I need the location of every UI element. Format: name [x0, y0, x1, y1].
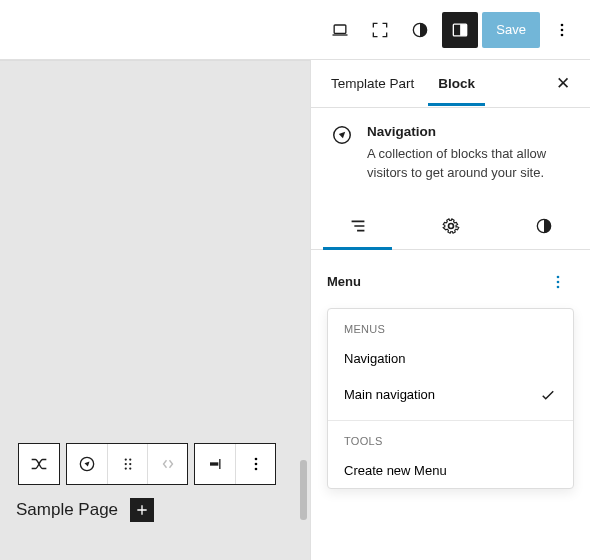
- menu-option[interactable]: Main navigation: [328, 376, 573, 414]
- svg-point-13: [129, 467, 131, 469]
- svg-point-18: [254, 468, 257, 471]
- check-icon: [539, 386, 557, 404]
- editor-top-toolbar: Save: [0, 0, 590, 60]
- laptop-icon: [330, 20, 350, 40]
- subtab-list[interactable]: [311, 203, 404, 249]
- expand-icon: [370, 20, 390, 40]
- block-description: A collection of blocks that allow visito…: [367, 145, 570, 183]
- svg-point-16: [254, 458, 257, 461]
- svg-point-10: [124, 463, 126, 465]
- block-type-button[interactable]: [19, 444, 59, 484]
- drag-icon: [119, 455, 137, 473]
- shuffle-icon: [28, 453, 50, 475]
- menu-option-label: Navigation: [344, 351, 405, 366]
- sidebar-tabs: Template Part Block ✕: [311, 60, 590, 108]
- plus-icon: [134, 502, 150, 518]
- subtab-styles[interactable]: [497, 203, 590, 249]
- nav-item-label[interactable]: Sample Page: [16, 500, 118, 520]
- menu-option-label: Main navigation: [344, 387, 435, 402]
- block-card: Navigation A collection of blocks that a…: [311, 108, 590, 203]
- menu-label: Menu: [327, 274, 361, 289]
- compass-icon: [77, 454, 97, 474]
- svg-point-4: [561, 23, 564, 26]
- scrollbar[interactable]: [300, 460, 307, 520]
- justify-button[interactable]: [195, 444, 235, 484]
- subtab-settings[interactable]: [404, 203, 497, 249]
- svg-rect-15: [219, 459, 220, 469]
- svg-point-6: [561, 33, 564, 36]
- menu-dropdown: Menus Navigation Main navigation Tools C…: [327, 308, 574, 489]
- navigation-block-icon-button[interactable]: [67, 444, 107, 484]
- drag-handle-button[interactable]: [107, 444, 147, 484]
- svg-rect-14: [210, 462, 218, 465]
- block-more-options-button[interactable]: [235, 444, 275, 484]
- view-desktop-button[interactable]: [322, 12, 358, 48]
- view-fullscreen-button[interactable]: [362, 12, 398, 48]
- svg-rect-0: [335, 25, 347, 33]
- svg-point-21: [557, 275, 560, 278]
- gear-icon: [441, 216, 461, 236]
- list-icon: [347, 215, 369, 237]
- dropdown-heading-menus: Menus: [328, 309, 573, 341]
- block-toolbar: [18, 443, 276, 485]
- menu-panel-header: Menu: [311, 250, 590, 308]
- align-right-icon: [205, 454, 225, 474]
- editor-canvas: Sample Page: [0, 60, 310, 560]
- move-buttons[interactable]: [147, 444, 187, 484]
- svg-point-8: [124, 458, 126, 460]
- more-options-button[interactable]: [544, 12, 580, 48]
- block-title: Navigation: [367, 124, 570, 139]
- dropdown-heading-tools: Tools: [328, 421, 573, 453]
- kebab-icon: [552, 20, 572, 40]
- close-sidebar-button[interactable]: ✕: [548, 65, 578, 102]
- svg-point-23: [557, 285, 560, 288]
- svg-point-12: [124, 467, 126, 469]
- svg-point-17: [254, 463, 257, 466]
- svg-point-22: [557, 280, 560, 283]
- create-menu-button[interactable]: Create new Menu: [328, 453, 573, 488]
- save-button[interactable]: Save: [482, 12, 540, 48]
- menu-option[interactable]: Navigation: [328, 341, 573, 376]
- svg-point-11: [129, 463, 131, 465]
- half-circle-icon: [410, 20, 430, 40]
- settings-sidebar: Template Part Block ✕ Navigation A colle…: [310, 60, 590, 560]
- tab-block[interactable]: Block: [434, 62, 479, 105]
- menu-options-button[interactable]: [542, 266, 574, 298]
- kebab-icon: [548, 272, 568, 292]
- tab-template-part[interactable]: Template Part: [327, 62, 418, 105]
- create-menu-label: Create new Menu: [344, 463, 447, 478]
- settings-sidebar-toggle[interactable]: [442, 12, 478, 48]
- chevrons-icon: [157, 455, 179, 473]
- nav-item-row: Sample Page: [16, 498, 154, 522]
- half-circle-icon: [534, 216, 554, 236]
- svg-point-9: [129, 458, 131, 460]
- svg-rect-3: [461, 24, 467, 36]
- sidebar-icon: [450, 20, 470, 40]
- svg-point-5: [561, 28, 564, 31]
- kebab-icon: [246, 454, 266, 474]
- compass-icon: [331, 124, 353, 183]
- inspector-subtabs: [311, 203, 590, 250]
- styles-button[interactable]: [402, 12, 438, 48]
- add-block-button[interactable]: [130, 498, 154, 522]
